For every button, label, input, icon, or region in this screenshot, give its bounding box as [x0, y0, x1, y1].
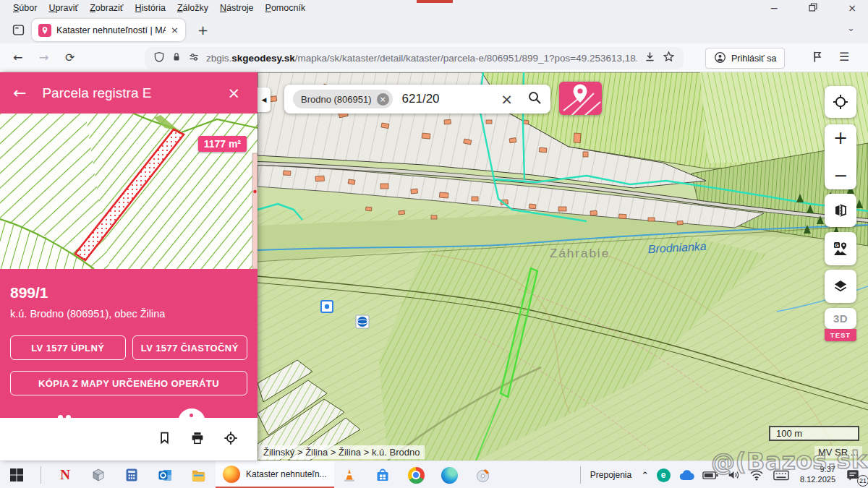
window-minimize-icon[interactable]: −: [770, 2, 779, 14]
panel-close-icon[interactable]: ×: [227, 85, 240, 102]
search-input[interactable]: 621/20: [402, 92, 501, 106]
netflix-icon[interactable]: N: [56, 466, 75, 484]
cadastral-map-canvas[interactable]: Záhrabie Brodnianka: [258, 72, 868, 461]
permissions-icon[interactable]: [188, 51, 200, 66]
file-explorer-icon[interactable]: [189, 466, 208, 484]
tray-expand-icon[interactable]: ⌃: [641, 470, 649, 481]
browser-tab-active[interactable]: Kataster nehnuteľností | MAPKA ×: [32, 19, 185, 41]
menu-tools[interactable]: Nástroje: [214, 3, 260, 13]
taskbar-task-label: Kataster nehnuteľn...: [246, 469, 327, 479]
parcel-area-badge: 1177 m²: [198, 136, 247, 152]
signin-button[interactable]: Prihlásiť sa: [705, 48, 785, 69]
map-search-bar[interactable]: Brodno (806951) × 621/20 ×: [284, 85, 550, 114]
clock-time: 9:37: [820, 465, 835, 475]
place-label: Záhrabie: [550, 247, 610, 260]
share-icon[interactable]: [58, 415, 71, 418]
window-restore-icon[interactable]: [809, 2, 817, 14]
edge-icon[interactable]: [440, 466, 459, 484]
taskbar-active-app-firefox[interactable]: Kataster nehnuteľn...: [216, 461, 334, 488]
parcel-preview-map[interactable]: 1177 m²: [0, 114, 258, 269]
chrome-icon[interactable]: [407, 466, 425, 484]
menu-history[interactable]: História: [129, 3, 171, 13]
panel-header: ← Parcela registra E ×: [0, 72, 258, 114]
forward-button[interactable]: →: [39, 51, 48, 64]
viewer-3d-icon[interactable]: [89, 466, 108, 484]
shield-icon[interactable]: [153, 51, 165, 66]
poi-marker-photosphere-icon[interactable]: [356, 315, 369, 328]
disc-burner-icon[interactable]: [473, 466, 492, 484]
menu-help[interactable]: Pomocník: [260, 3, 312, 13]
print-icon[interactable]: [190, 430, 205, 449]
microsoft-store-icon[interactable]: [373, 466, 392, 484]
sharing-indicator: [417, 0, 453, 3]
window-close-icon[interactable]: ×: [848, 2, 856, 14]
map-viewport[interactable]: Záhrabie Brodnianka ◀ Brodno (806951) × …: [258, 72, 868, 461]
panel-title: Parcela registra E: [42, 85, 211, 101]
menu-view[interactable]: Zobraziť: [84, 3, 129, 13]
search-icon[interactable]: [527, 90, 542, 108]
info-icon[interactable]: [178, 408, 205, 418]
locate-me-button[interactable]: [825, 86, 856, 118]
url-bar[interactable]: zbgis.skgeodesy.sk/mapka/sk/kataster/det…: [145, 47, 684, 69]
speaker-icon[interactable]: [726, 466, 741, 484]
swipe-compare-button[interactable]: [825, 194, 856, 227]
notification-center-icon[interactable]: 21: [842, 466, 864, 484]
lock-icon[interactable]: [171, 51, 182, 65]
map-attribution: MV SR ...: [814, 446, 862, 458]
tab-close-icon[interactable]: ×: [171, 25, 179, 35]
panel-footer-toolbar: [0, 418, 258, 461]
search-chip[interactable]: Brodno (806951) ×: [293, 90, 393, 108]
desktop-screen: Súbor Upraviť Zobraziť História Záložky …: [0, 0, 868, 488]
eset-icon[interactable]: e: [655, 466, 671, 484]
view-3d-button[interactable]: 3D: [825, 308, 856, 329]
wifi-icon[interactable]: [748, 466, 765, 484]
search-clear-icon[interactable]: ×: [501, 90, 513, 108]
layers-button[interactable]: [825, 270, 856, 303]
battery-icon[interactable]: [702, 466, 719, 484]
bookmark-star-icon[interactable]: [663, 51, 675, 66]
bookmark-icon[interactable]: [157, 430, 172, 448]
list-all-tabs-icon[interactable]: ⌄: [847, 22, 855, 33]
mapka-favicon-pin-icon: [38, 24, 51, 37]
lv-partial-button[interactable]: LV 1577 ČIASTOČNÝ: [132, 335, 248, 360]
onedrive-icon[interactable]: [678, 466, 695, 484]
poi-marker-square-icon[interactable]: [321, 301, 333, 312]
map-copy-button[interactable]: KÓPIA Z MAPY URČENÉHO OPERÁTU: [10, 371, 247, 395]
streetview-button[interactable]: G: [825, 232, 856, 265]
chip-remove-icon[interactable]: ×: [377, 93, 389, 106]
panel-back-icon[interactable]: ←: [13, 85, 26, 101]
library-flag-icon[interactable]: [810, 50, 823, 67]
vlc-icon[interactable]: [340, 466, 359, 484]
mapka-logo-button[interactable]: [559, 82, 602, 115]
outlook-icon[interactable]: [156, 466, 174, 484]
taskbar-separator: [41, 466, 41, 484]
download-icon[interactable]: [644, 51, 656, 66]
new-tab-button[interactable]: +: [197, 22, 208, 38]
signin-label: Prihlásiť sa: [731, 53, 776, 64]
tray-network-label[interactable]: Prepojenia: [590, 470, 631, 480]
view-3d-label: 3D: [833, 312, 848, 325]
start-button[interactable]: [7, 466, 26, 484]
svg-text:G: G: [835, 243, 839, 248]
zoom-in-button[interactable]: +: [833, 129, 848, 147]
locate-parcel-icon[interactable]: [223, 430, 239, 449]
menu-edit[interactable]: Upraviť: [43, 3, 84, 13]
touch-keyboard-icon[interactable]: [772, 466, 791, 484]
menu-file[interactable]: Súbor: [7, 3, 43, 13]
calculator-icon[interactable]: [122, 466, 141, 484]
clock-date: 8.12.2025: [800, 475, 835, 485]
tab-manager-icon[interactable]: [9, 20, 27, 39]
windows-taskbar: N Kataster nehnuteľn...: [0, 461, 868, 488]
zoom-out-button[interactable]: −: [833, 166, 848, 185]
url-text[interactable]: zbgis.skgeodesy.sk/mapka/sk/kataster/det…: [206, 53, 637, 64]
back-button[interactable]: ←: [13, 51, 22, 64]
collapse-panel-button[interactable]: ◀: [258, 87, 271, 112]
app-menu-icon[interactable]: ☰: [839, 50, 849, 64]
lv-full-button[interactable]: LV 1577 ÚPLNÝ: [10, 335, 126, 360]
breadcrumb[interactable]: Žilinský > Žilina > Žilina > k.ú. Brodno: [258, 445, 425, 459]
test-badge: TEST: [825, 329, 856, 341]
map-scale-bar: 100 m: [769, 426, 859, 441]
taskbar-clock[interactable]: 9:37 8.12.2025: [800, 465, 835, 485]
reload-button[interactable]: ⟳: [65, 51, 75, 64]
menu-bookmarks[interactable]: Záložky: [171, 3, 214, 13]
